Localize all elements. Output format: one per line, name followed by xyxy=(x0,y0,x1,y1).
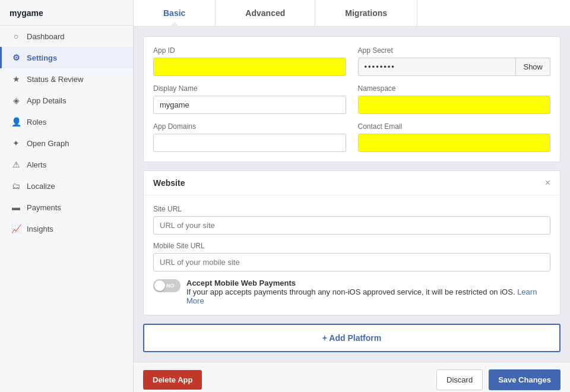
form-grid: App ID App Secret Show Display Name xyxy=(153,46,550,152)
dashboard-icon: ○ xyxy=(11,31,21,41)
sidebar-item-roles[interactable]: 👤 Roles xyxy=(0,111,133,132)
main-content: Basic Advanced Migrations App ID App Sec… xyxy=(134,0,570,392)
app-id-group: App ID xyxy=(153,46,346,76)
basic-settings-card: App ID App Secret Show Display Name xyxy=(143,36,560,162)
payments-icon: ▬ xyxy=(11,203,21,212)
sidebar-item-open-graph[interactable]: ✦ Open Graph xyxy=(0,132,133,154)
website-card: Website × Site URL Mobile Site URL xyxy=(143,170,560,315)
mobile-url-input[interactable] xyxy=(153,253,550,271)
sidebar-item-label: Insights xyxy=(27,225,53,233)
sidebar-item-label: Alerts xyxy=(27,160,46,169)
app-domains-input[interactable] xyxy=(153,134,346,152)
tab-advanced[interactable]: Advanced xyxy=(216,0,315,26)
mobile-payments-label: Accept Mobile Web Payments xyxy=(186,279,296,287)
footer: Delete App Discard Save Changes xyxy=(134,362,570,392)
sidebar-item-label: Open Graph xyxy=(27,139,69,148)
tab-migrations[interactable]: Migrations xyxy=(315,0,417,26)
sidebar-item-alerts[interactable]: ⚠ Alerts xyxy=(0,154,133,175)
display-name-group: Display Name xyxy=(153,84,346,114)
contact-email-input[interactable] xyxy=(358,134,551,152)
display-name-input[interactable] xyxy=(153,96,346,114)
sidebar-item-app-details[interactable]: ◈ App Details xyxy=(0,90,133,111)
secret-row: Show xyxy=(358,58,551,76)
contact-email-group: Contact Email xyxy=(358,122,551,152)
sidebar-item-payments[interactable]: ▬ Payments xyxy=(0,197,133,218)
toggle-label: NO xyxy=(166,279,175,292)
sidebar-item-label: Roles xyxy=(27,118,46,127)
show-secret-button[interactable]: Show xyxy=(516,58,550,76)
sidebar: mygame ○ Dashboard ⚙ Settings ★ Status &… xyxy=(0,0,134,392)
namespace-input[interactable] xyxy=(358,96,551,114)
app-secret-group: App Secret Show xyxy=(358,46,551,76)
toggle-knob xyxy=(154,280,165,291)
alerts-icon: ⚠ xyxy=(11,160,21,169)
close-website-button[interactable]: × xyxy=(545,178,550,188)
display-name-label: Display Name xyxy=(153,84,346,93)
footer-right: Discard Save Changes xyxy=(436,369,560,390)
insights-icon: 📈 xyxy=(11,224,21,233)
sidebar-item-label: App Details xyxy=(27,96,66,105)
star-icon: ★ xyxy=(11,74,21,84)
mobile-payments-description: If your app accepts payments through any… xyxy=(186,287,515,296)
sidebar-item-dashboard[interactable]: ○ Dashboard xyxy=(0,26,133,47)
site-url-label: Site URL xyxy=(153,205,550,213)
add-platform-button[interactable]: + Add Platform xyxy=(143,324,560,352)
app-domains-group: App Domains xyxy=(153,122,346,152)
sidebar-app-name: mygame xyxy=(0,0,133,26)
delete-app-button[interactable]: Delete App xyxy=(143,370,202,390)
mobile-url-label: Mobile Site URL xyxy=(153,242,550,250)
mobile-payments-text: Accept Mobile Web Payments If your app a… xyxy=(186,279,550,305)
sidebar-item-localize[interactable]: 🗂 Localize xyxy=(0,175,133,197)
app-domains-label: App Domains xyxy=(153,122,346,131)
sidebar-item-label: Localize xyxy=(27,182,55,191)
open-graph-icon: ✦ xyxy=(11,138,21,148)
discard-button[interactable]: Discard xyxy=(436,369,483,390)
mobile-payments-row: NO Accept Mobile Web Payments If your ap… xyxy=(153,279,550,305)
sidebar-item-label: Payments xyxy=(27,203,61,212)
sidebar-item-settings[interactable]: ⚙ Settings xyxy=(0,47,133,68)
namespace-group: Namespace xyxy=(358,84,551,114)
namespace-label: Namespace xyxy=(358,84,551,93)
save-changes-button[interactable]: Save Changes xyxy=(489,369,560,390)
contact-email-label: Contact Email xyxy=(358,122,551,131)
app-details-icon: ◈ xyxy=(11,96,21,105)
website-card-title: Website xyxy=(153,178,185,188)
app-id-input[interactable] xyxy=(153,58,346,76)
tab-basic[interactable]: Basic xyxy=(134,0,216,26)
localize-icon: 🗂 xyxy=(11,181,21,191)
sidebar-item-label: Settings xyxy=(27,53,57,62)
app-secret-label: App Secret xyxy=(358,46,551,55)
app-secret-input[interactable] xyxy=(358,58,517,76)
sidebar-item-insights[interactable]: 📈 Insights xyxy=(0,218,133,239)
tabs: Basic Advanced Migrations xyxy=(134,0,570,27)
mobile-payments-toggle[interactable]: NO xyxy=(153,279,180,292)
roles-icon: 👤 xyxy=(11,117,21,127)
sidebar-item-label: Status & Review xyxy=(27,75,83,84)
site-url-group: Site URL xyxy=(153,205,550,235)
site-url-input[interactable] xyxy=(153,216,550,235)
sidebar-item-status-review[interactable]: ★ Status & Review xyxy=(0,68,133,90)
website-card-header: Website × xyxy=(144,171,560,195)
content-area: App ID App Secret Show Display Name xyxy=(134,27,570,362)
settings-icon: ⚙ xyxy=(11,53,21,62)
app-id-label: App ID xyxy=(153,46,346,55)
mobile-url-group: Mobile Site URL xyxy=(153,242,550,271)
website-card-body: Site URL Mobile Site URL NO Accept Mobil… xyxy=(144,195,560,315)
sidebar-item-label: Dashboard xyxy=(27,32,65,41)
